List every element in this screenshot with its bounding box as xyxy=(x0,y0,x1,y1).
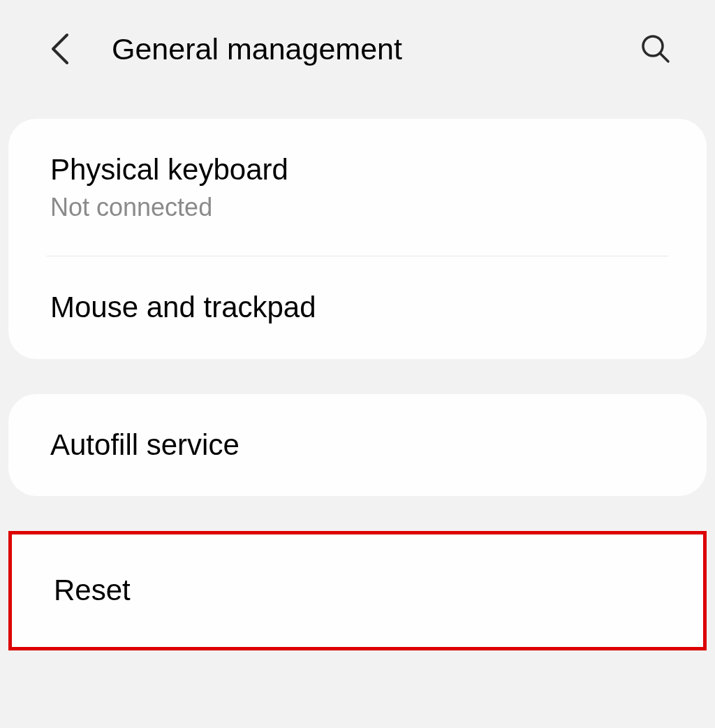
list-item-title: Reset xyxy=(54,573,661,608)
list-item-autofill-service[interactable]: Autofill service xyxy=(8,394,707,496)
back-button[interactable] xyxy=(42,31,77,66)
header: General management xyxy=(0,0,715,91)
list-item-title: Physical keyboard xyxy=(50,152,665,187)
back-icon xyxy=(49,32,70,66)
page-title: General management xyxy=(112,32,638,66)
settings-group-autofill: Autofill service xyxy=(8,394,707,496)
list-item-physical-keyboard[interactable]: Physical keyboard Not connected xyxy=(8,119,707,256)
search-button[interactable] xyxy=(638,31,673,66)
settings-group-input-devices: Physical keyboard Not connected Mouse an… xyxy=(8,119,707,359)
list-item-title: Autofill service xyxy=(50,428,665,463)
list-item-title: Mouse and trackpad xyxy=(50,290,665,325)
content: Physical keyboard Not connected Mouse an… xyxy=(0,91,715,650)
svg-line-1 xyxy=(660,53,668,61)
list-item-reset[interactable]: Reset xyxy=(13,534,702,646)
list-item-subtitle: Not connected xyxy=(50,193,665,222)
list-item-mouse-trackpad[interactable]: Mouse and trackpad xyxy=(8,256,707,358)
search-icon xyxy=(640,34,671,64)
settings-group-reset: Reset xyxy=(8,531,707,650)
